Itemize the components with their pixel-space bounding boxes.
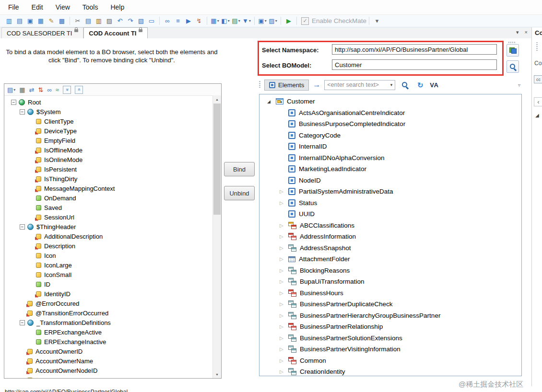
view-grid-icon[interactable]: ▩	[57, 16, 67, 26]
bo-tree-item-AddressInformation[interactable]: ▷AddressInformation	[259, 231, 521, 242]
dropdown-chevron-icon[interactable]: ▾	[249, 19, 251, 23]
search-bomodel-button[interactable]	[507, 60, 519, 73]
collapsed-arrow-icon[interactable]: ▷	[280, 223, 288, 228]
browse-namespace-button[interactable]	[507, 44, 519, 57]
left-tree-item--ThingHeader[interactable]: −$ThingHeader	[4, 222, 213, 231]
left-tree-item-ERPExchangeInactive[interactable]: ERPExchangeInactive	[4, 337, 213, 346]
refresh-button[interactable]: ↻	[414, 79, 426, 91]
bo-tree-item-ActsAsOrganisationalCentreIndicator[interactable]: ActsAsOrganisationalCentreIndicator	[259, 107, 521, 119]
tab-cod-salesorder-ti[interactable]: COD SALESORDER TI	[1, 27, 83, 38]
collapsed-arrow-icon[interactable]: ▷	[280, 358, 288, 363]
bo-tree-item-BusinessPartnerSolutionExtensions[interactable]: ▷BusinessPartnerSolutionExtensions	[259, 333, 521, 344]
collapsed-arrow-icon[interactable]: ▷	[280, 313, 288, 318]
bo-tree-item-NodeID[interactable]: NodeID	[259, 175, 521, 186]
left-tree-item--TransitionErrorOccurred[interactable]: @TransitionErrorOccurred	[4, 308, 213, 318]
bo-tree-item-BusinessPartnerRelationship[interactable]: ▷BusinessPartnerRelationship	[259, 321, 521, 333]
menu-tools[interactable]: Tools	[76, 0, 105, 14]
namespace-input[interactable]	[332, 44, 497, 55]
link-icon[interactable]: ∞	[162, 16, 173, 26]
dropdown-chevron-icon[interactable]: ▾	[228, 19, 230, 23]
scrollbar-thumb[interactable]	[213, 104, 221, 215]
add-node-icon[interactable]: ▤▾	[7, 86, 15, 93]
search-elements-button[interactable]	[399, 79, 411, 91]
menu-edit[interactable]: Edit	[25, 0, 49, 14]
dropdown-chevron-icon[interactable]: ▾	[217, 19, 219, 23]
anchor-rows-icon[interactable]: ≡	[173, 16, 183, 26]
left-tree-item-ERPExchangeActive[interactable]: ERPExchangeActive	[4, 327, 213, 337]
left-tree-item-ID[interactable]: ID	[4, 279, 213, 289]
tree-expander-icon[interactable]: −	[20, 109, 25, 115]
enable-checkmate-toggle[interactable]: ✓Enable CheckMate	[301, 17, 366, 25]
left-tree-scrollbar[interactable]: ▲ ▼	[212, 95, 221, 378]
left-tree-item-IsOfflineMode[interactable]: IsOfflineMode	[4, 145, 213, 155]
left-tree-item-Root[interactable]: −Root	[4, 97, 213, 107]
collapsed-arrow-icon[interactable]: ▷	[280, 346, 288, 352]
bo-tree-item-AttachmentFolder[interactable]: ▷AttachmentFolder	[259, 254, 521, 265]
close-tab-icon[interactable]: ×	[525, 29, 528, 35]
bo-tree-item-MarketingLeadIndicator[interactable]: MarketingLeadIndicator	[259, 163, 521, 175]
toolbar-overflow-icon[interactable]: ▾	[372, 16, 382, 26]
tree-expander-icon[interactable]: −	[20, 320, 25, 325]
side-pane-box[interactable]: cc	[534, 75, 542, 83]
collapsed-arrow-icon[interactable]: ▷	[280, 256, 288, 262]
undo-icon[interactable]: ↶	[115, 16, 125, 26]
left-tree-item-AdditionalDescription[interactable]: AdditionalDescription	[4, 231, 213, 241]
left-tree-item-Icon[interactable]: Icon	[4, 251, 213, 260]
elements-overflow-icon[interactable]: ▿	[518, 82, 522, 88]
collapsed-arrow-icon[interactable]: ▷	[280, 234, 288, 239]
chart-tool-icon[interactable]: ▤▾	[231, 16, 241, 26]
scroll-up-icon[interactable]: ▲	[213, 95, 221, 103]
bo-tree-item-BusinessPartnerDuplicateCheck[interactable]: ▷BusinessPartnerDuplicateCheck	[259, 299, 521, 310]
delete-icon[interactable]: ▨	[104, 16, 115, 26]
window-layout-icon[interactable]: ▭	[146, 16, 157, 26]
sync-branch-icon[interactable]: ≈	[56, 86, 59, 93]
collapsed-arrow-icon[interactable]: ▷	[280, 200, 288, 206]
cut-icon[interactable]: ✂	[72, 16, 83, 26]
bo-tree-item-BupaUiTransformation[interactable]: ▷BupaUiTransformation	[259, 276, 521, 288]
tree-expander-icon[interactable]: −	[11, 100, 16, 105]
bo-tree-item-BusinessPurposeCompletedIndicator[interactable]: BusinessPurposeCompletedIndicator	[259, 118, 521, 130]
edit-pencil-icon[interactable]: ✎	[46, 16, 57, 26]
left-tree-item-AccountOwnerNodeID[interactable]: AccountOwnerNodeID	[4, 366, 213, 375]
left-tree-item-MessageMappingContext[interactable]: MessageMappingContext	[4, 184, 213, 193]
collapsed-arrow-icon[interactable]: ▷	[280, 369, 288, 374]
menu-help[interactable]: Help	[104, 0, 130, 14]
bo-tree-item-ABCClassifications[interactable]: ▷ABCClassifications	[259, 220, 521, 231]
left-tree-item-AccountOwnerName[interactable]: AccountOwnerName	[4, 356, 213, 366]
left-tree-item-AccountOwnerID[interactable]: AccountOwnerID	[4, 346, 213, 356]
menu-file[interactable]: File	[2, 0, 25, 14]
toolbar-grip[interactable]	[259, 81, 260, 89]
combo-chevron-icon[interactable]: ▾	[390, 82, 393, 87]
checkmate-checkbox[interactable]: ✓	[301, 17, 309, 25]
bo-tree-item-InternalID[interactable]: InternalID	[259, 141, 521, 152]
copy-icon[interactable]: ▤	[83, 16, 94, 26]
collapsed-arrow-icon[interactable]: ▷	[280, 189, 288, 194]
tree-expander-icon[interactable]: −	[20, 224, 25, 230]
bo-tree-item-CategoryCode[interactable]: CategoryCode	[259, 130, 521, 141]
redo-icon[interactable]: ↷	[125, 16, 136, 26]
left-tree-item-IconSmall[interactable]: IconSmall	[4, 270, 213, 279]
menu-view[interactable]: View	[49, 0, 76, 14]
bo-tree-item-InternalIDNoAlphaConversion[interactable]: InternalIDNoAlphaConversion	[259, 152, 521, 164]
bo-tree-item-BusinessHours[interactable]: ▷BusinessHours	[259, 288, 521, 299]
save-icon[interactable]: ▣	[25, 16, 35, 26]
scroll-down-icon[interactable]: ▼	[213, 370, 221, 378]
collapse-chevron-icon[interactable]: ‹	[534, 97, 542, 106]
preview-icon[interactable]: ▣▾	[257, 16, 268, 26]
play-icon[interactable]: ▶	[283, 16, 294, 26]
bind-button[interactable]: Bind	[224, 162, 255, 176]
data-source-icon[interactable]: ▦▾	[210, 16, 220, 26]
screen-map-icon[interactable]: ◧▾	[220, 16, 231, 26]
tab-cod-account-ti[interactable]: COD Account TI	[83, 27, 148, 38]
left-tree-item-AccountUUID[interactable]: AccountUUID	[4, 375, 213, 378]
bo-tree-item-PartialSystemAdministrativeData[interactable]: ▷PartialSystemAdministrativeData	[259, 186, 521, 197]
collapsed-arrow-icon[interactable]: ▷	[280, 268, 288, 273]
dropdown-chevron-icon[interactable]: ▾	[238, 19, 240, 23]
collapsed-arrow-icon[interactable]: ▷	[280, 290, 288, 296]
left-tree-item--TransformationDefinitions[interactable]: −_TransformationDefinitions	[4, 318, 213, 327]
left-tree-item-IsPersistent[interactable]: IsPersistent	[4, 164, 213, 174]
run-check-icon[interactable]: ▶	[183, 16, 194, 26]
open-item-icon[interactable]: ▤	[14, 16, 25, 26]
bo-tree-item-Status[interactable]: ▷Status	[259, 197, 521, 209]
expand-all-icon[interactable]: »	[75, 86, 83, 94]
